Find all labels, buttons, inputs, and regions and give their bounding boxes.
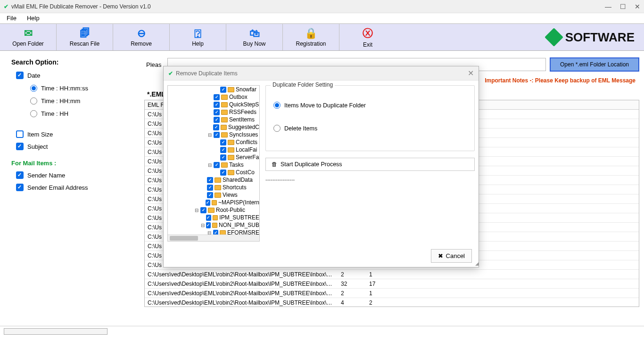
table-row[interactable]: C:\Users\ved\Desktop\EML\robin2\Root-Mai…: [145, 270, 639, 279]
help-button[interactable]: ⍰ Help: [170, 24, 226, 50]
remove-label: Remove: [131, 40, 152, 47]
expand-icon[interactable]: ⊟: [201, 223, 205, 228]
tree-checkbox[interactable]: ✓: [200, 207, 206, 213]
maximize-button[interactable]: ☐: [620, 3, 626, 10]
tree-node[interactable]: ✓Snowfar: [168, 86, 259, 93]
tree-checkbox[interactable]: ✓: [213, 230, 219, 235]
folder-icon: [215, 185, 221, 190]
cancel-icon: ✖: [438, 252, 443, 259]
tree-node[interactable]: ✓SentItems: [168, 116, 259, 123]
tree-checkbox[interactable]: ✓: [214, 117, 220, 123]
open-folder-label: Open Folder: [12, 40, 44, 47]
tree-label: QuickStepS: [229, 101, 259, 108]
sender-email-checkbox[interactable]: [16, 184, 24, 191]
registration-label: Registration: [296, 40, 326, 47]
tree-checkbox[interactable]: ✓: [220, 154, 226, 161]
folder-icon: [228, 155, 234, 160]
row-col3: 1: [366, 271, 395, 278]
registration-button[interactable]: 🔒 Registration: [283, 24, 339, 50]
folder-tree[interactable]: ✓Snowfar✓Outbox✓QuickStepS✓RSSFeeds✓Sent…: [167, 85, 260, 242]
time-hhmm-radio[interactable]: [30, 97, 37, 105]
tree-node[interactable]: ⊟✓Root-Public: [168, 206, 259, 214]
tree-checkbox[interactable]: ✓: [220, 139, 226, 145]
delete-items-label: Delete Items: [284, 125, 317, 132]
table-row[interactable]: C:\Users\ved\Desktop\EML\robin2\Root-Mai…: [145, 279, 639, 289]
tree-node[interactable]: ⊟✓NON_IPM_SUB: [168, 221, 259, 229]
menu-help[interactable]: Help: [27, 15, 40, 22]
expand-icon[interactable]: ⊟: [194, 208, 199, 213]
cancel-button[interactable]: ✖ Cancel: [431, 249, 472, 263]
tree-checkbox[interactable]: ✓: [213, 124, 219, 130]
app-icon: ✔: [4, 3, 8, 10]
tree-checkbox[interactable]: ✓: [220, 87, 226, 93]
rescan-file-button[interactable]: 🗐 Rescan File: [57, 24, 113, 50]
tree-node[interactable]: ✓SharedData: [168, 176, 259, 184]
folder-icon: [215, 193, 221, 198]
folder-icon: [212, 223, 217, 228]
tree-checkbox[interactable]: ✓: [220, 147, 226, 153]
tree-node[interactable]: ✓Views: [168, 191, 259, 199]
tree-h-scrollbar[interactable]: [168, 234, 259, 241]
move-to-folder-label: Items Move to Duplicate Folder: [284, 102, 366, 109]
tree-node[interactable]: ✓Shortcuts: [168, 184, 259, 191]
row-col2: 4: [338, 299, 366, 306]
resize-grip[interactable]: ◢: [475, 261, 478, 266]
tree-node[interactable]: ✓~MAPISP(Intern: [168, 199, 259, 206]
minimize-button[interactable]: ―: [605, 3, 611, 10]
time-hh-label: Time : HH: [41, 110, 68, 117]
tree-checkbox[interactable]: ✓: [207, 185, 213, 191]
row-col2: 2: [338, 271, 366, 278]
tree-node[interactable]: ✓SuggestedC: [168, 123, 259, 131]
tree-checkbox[interactable]: ✓: [214, 162, 220, 168]
time-hhmmss-radio[interactable]: [30, 85, 37, 92]
tree-checkbox[interactable]: ✓: [214, 102, 220, 108]
tree-checkbox[interactable]: ✓: [214, 109, 220, 115]
expand-icon[interactable]: ⊟: [207, 162, 212, 168]
tree-label: SharedData: [223, 177, 253, 183]
delete-items-radio[interactable]: [273, 125, 281, 132]
buy-now-button[interactable]: 🛍 Buy Now: [226, 24, 283, 50]
table-row[interactable]: C:\Users\ved\Desktop\EML\robin2\Root-Mai…: [145, 298, 639, 307]
item-size-checkbox[interactable]: [16, 130, 24, 138]
menu-file[interactable]: File: [7, 15, 17, 22]
tree-node[interactable]: ✓LocalFai: [168, 146, 259, 153]
move-to-folder-radio[interactable]: [273, 102, 281, 109]
start-duplicate-process-button[interactable]: 🗑 Start Duplicate Process: [265, 158, 475, 171]
tree-checkbox[interactable]: ✓: [214, 132, 220, 138]
tree-node[interactable]: ✓RSSFeeds: [168, 108, 259, 116]
tree-node[interactable]: ✓Outbox: [168, 93, 259, 101]
dialog-title: Remove Duplicate Items: [176, 70, 238, 77]
tree-checkbox[interactable]: ✓: [207, 177, 213, 183]
tree-checkbox[interactable]: ✓: [206, 222, 211, 228]
tree-node[interactable]: ⊟✓Tasks: [168, 161, 259, 169]
close-button[interactable]: ✕: [635, 3, 640, 10]
subject-checkbox[interactable]: [16, 143, 24, 150]
expand-icon[interactable]: ⊟: [207, 230, 212, 235]
tree-checkbox[interactable]: ✓: [220, 170, 226, 176]
dialog-close-button[interactable]: ✕: [468, 69, 474, 78]
open-folder-button[interactable]: ✉ Open Folder: [0, 24, 57, 50]
date-checkbox[interactable]: [16, 72, 24, 79]
tree-node[interactable]: ✓ServerFa: [168, 153, 259, 161]
remove-button[interactable]: ⊖ Remove: [113, 24, 170, 50]
expand-icon[interactable]: ⊟: [207, 132, 212, 137]
tree-checkbox[interactable]: ✓: [214, 94, 220, 100]
sender-name-checkbox[interactable]: [16, 171, 24, 179]
open-eml-folder-button[interactable]: Open *.eml Folder Location: [550, 57, 639, 72]
tree-checkbox[interactable]: ✓: [206, 215, 211, 221]
tree-checkbox[interactable]: ✓: [206, 200, 210, 206]
tree-label: Root-Public: [216, 207, 245, 213]
cancel-label: Cancel: [446, 252, 465, 259]
table-row[interactable]: C:\Users\ved\Desktop\EML\robin2\Root-Mai…: [145, 289, 639, 298]
time-hh-radio[interactable]: [30, 110, 37, 117]
folder-icon: [228, 147, 234, 153]
group-legend: Duplicate Folder Setting: [271, 81, 335, 88]
tree-node[interactable]: ✓Conflicts: [168, 138, 259, 146]
tree-node[interactable]: ⊟✓EFORMSRE: [168, 229, 259, 234]
tree-checkbox[interactable]: ✓: [207, 192, 213, 198]
tree-node[interactable]: ✓CostCo: [168, 169, 259, 176]
exit-button[interactable]: ⓧ Exit: [339, 24, 396, 50]
tree-node[interactable]: ✓QuickStepS: [168, 101, 259, 108]
tree-node[interactable]: ✓IPM_SUBTREE: [168, 214, 259, 221]
tree-node[interactable]: ⊟✓SyncIssues: [168, 131, 259, 138]
